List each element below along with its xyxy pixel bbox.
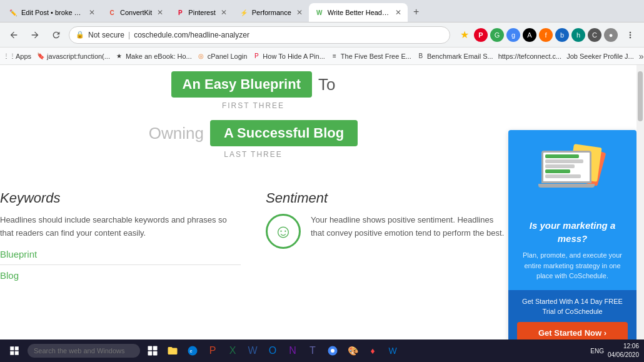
tab-3[interactable]: P Pinterest ✕ (169, 3, 233, 22)
tab-1[interactable]: ✏️ Edit Post • broke girls get fixe... ✕ (3, 3, 101, 22)
bookmark-cpanel-label: cPanel Login (208, 53, 248, 60)
tab-2[interactable]: C ConvertKit ✕ (101, 3, 169, 22)
bookmarks-bar: ⋮⋮ Apps 🔖 javascript:function(... ★ Make… (0, 48, 644, 65)
start-button[interactable] (5, 341, 24, 360)
ext-icon-5[interactable]: f (539, 28, 553, 42)
paint-icon[interactable]: 🎨 (344, 342, 361, 359)
headline-row1: An Easy Blueprint To (0, 71, 506, 98)
corona-icon[interactable]: ♦ (364, 342, 381, 359)
bookmark-ebook[interactable]: ★ Make an eBook: Ho... (115, 52, 192, 61)
edge-icon[interactable]: e (184, 342, 201, 359)
ad-dark-section: Get Started With A 14 Day FREE Trial of … (508, 290, 636, 340)
teams-icon[interactable]: T (304, 342, 321, 359)
bookmark-cpanel-icon: ◎ (197, 52, 206, 61)
clock-time: 12:06 (608, 342, 639, 351)
tab-3-close[interactable]: ✕ (221, 8, 227, 17)
screen-bar-1 (545, 154, 579, 158)
extensions-area: ★ P G g A f b h C ● (458, 28, 618, 42)
ad-cta-button[interactable]: Get Started Now › (517, 322, 628, 340)
profile-icon[interactable]: ● (604, 28, 618, 42)
scrollbar-thumb[interactable] (638, 71, 643, 121)
laptop-screen (541, 151, 591, 183)
ext-icon-6[interactable]: b (555, 28, 569, 42)
bookmark-star-icon2: ★ (115, 52, 124, 61)
tab-4-close[interactable]: ✕ (296, 8, 303, 17)
last-three-label: LAST THREE (0, 150, 506, 159)
language-indicator: ENG (590, 348, 604, 354)
ext-icon-8[interactable]: C (588, 28, 601, 42)
keyword-blueprint-link[interactable]: Blueprint (0, 249, 241, 259)
powerpoint-icon[interactable]: P (204, 342, 221, 359)
laptop-mockup (538, 151, 595, 191)
bookmark-benchmark-label: Benchmark Email S... (427, 53, 493, 60)
address-bar[interactable]: 🔒 Not secure | coschedule.com/headline-a… (69, 26, 450, 44)
bookmark-job[interactable]: Job Seeker Profile J... (566, 53, 634, 60)
reload-button[interactable] (48, 26, 65, 44)
tab-1-close[interactable]: ✕ (89, 8, 95, 17)
bookmark-cpanel[interactable]: ◎ cPanel Login (197, 52, 248, 61)
tab-2-favicon: C (108, 8, 116, 17)
tab-bar: ✏️ Edit Post • broke girls get fixe... ✕… (0, 0, 644, 23)
file-explorer-icon[interactable] (164, 342, 181, 359)
bookmark-five[interactable]: ≡ The Five Best Free E... (330, 52, 411, 61)
tab-1-favicon: ✏️ (9, 8, 18, 17)
tab-4-favicon: ⚡ (239, 8, 248, 17)
google-ext-icon[interactable]: G (490, 28, 504, 42)
smiley-icon: ☺ (266, 214, 301, 249)
svg-rect-0 (148, 346, 153, 351)
first-three-label: FIRST THREE (0, 101, 506, 110)
laptop-screen-inner (543, 153, 590, 181)
word-icon[interactable]: W (244, 342, 261, 359)
ad-illustration (538, 139, 607, 202)
svg-rect-2 (148, 351, 153, 356)
bookmark-ebook-label: Make an eBook: Ho... (126, 53, 192, 60)
page-content: An Easy Blueprint To FIRST THREE Owning … (0, 65, 644, 339)
laptop-base (538, 184, 595, 188)
ad-heading: Is your marketing a mess? (517, 219, 628, 245)
keyword-blog-link[interactable]: Blog (0, 270, 241, 281)
screen-bar-2 (545, 159, 583, 163)
bookmark-pin[interactable]: P How To Hide A Pin... (252, 52, 325, 61)
bookmarks-more-icon[interactable]: » (639, 51, 644, 61)
ext-icon-4[interactable]: A (523, 28, 536, 42)
bookmark-benchmark[interactable]: B Benchmark Email S... (416, 52, 493, 61)
task-view-icon[interactable] (144, 342, 161, 359)
bookmark-js[interactable]: 🔖 javascript:function(... (36, 52, 110, 61)
chrome-icon[interactable] (324, 342, 341, 359)
outlook-icon[interactable]: O (264, 342, 281, 359)
keywords-description: Headlines should include searchable keyw… (0, 214, 241, 240)
menu-button[interactable] (621, 26, 639, 44)
security-indicator: 🔒 (76, 31, 84, 39)
tab-3-title: Pinterest (188, 9, 215, 16)
taskbar-icons: e P X W O N T 🎨 ♦ W (144, 342, 401, 359)
windows-icon2[interactable]: W (384, 342, 401, 359)
headline-to: To (318, 75, 335, 94)
onenote-icon[interactable]: N (284, 342, 301, 359)
bookmark-tef[interactable]: https://tefconnect.c... (498, 53, 562, 60)
svg-rect-3 (153, 351, 158, 356)
nav-bar: 🔒 Not secure | coschedule.com/headline-a… (0, 23, 644, 48)
pinterest-ext-icon[interactable]: P (474, 28, 488, 42)
bookmark-pin-icon: P (252, 52, 261, 61)
ad-trial-text: Get Started With A 14 Day FREE Trial of … (517, 296, 628, 317)
bookmark-js-label: javascript:function(... (47, 53, 110, 60)
bookmark-five-label: The Five Best Free E... (341, 53, 411, 60)
apps-bookmark[interactable]: ⋮⋮ Apps (5, 52, 31, 61)
tab-5[interactable]: W Write Better Headlines: Headli... ✕ (309, 3, 408, 22)
bookmark-tef-label: https://tefconnect.c... (498, 53, 562, 60)
sentiment-title: Sentiment (266, 190, 506, 206)
ext-icon-3[interactable]: g (506, 28, 520, 42)
back-button[interactable] (5, 26, 23, 44)
excel-icon[interactable]: X (224, 342, 241, 359)
ext-icon-7[interactable]: h (571, 28, 585, 42)
browser-window: ✏️ Edit Post • broke girls get fixe... ✕… (0, 0, 644, 339)
tab-5-close[interactable]: ✕ (395, 8, 401, 17)
sentiment-description: Your headline shows positive sentiment. … (311, 214, 506, 240)
screen-bar-3 (545, 164, 575, 168)
forward-button[interactable] (26, 26, 44, 44)
new-tab-button[interactable]: + (408, 3, 425, 21)
taskbar-search-input[interactable] (28, 344, 140, 358)
tab-2-close[interactable]: ✕ (157, 8, 163, 17)
bookmark-star-icon[interactable]: ★ (458, 28, 471, 42)
tab-4[interactable]: ⚡ Performance ✕ (233, 3, 309, 22)
